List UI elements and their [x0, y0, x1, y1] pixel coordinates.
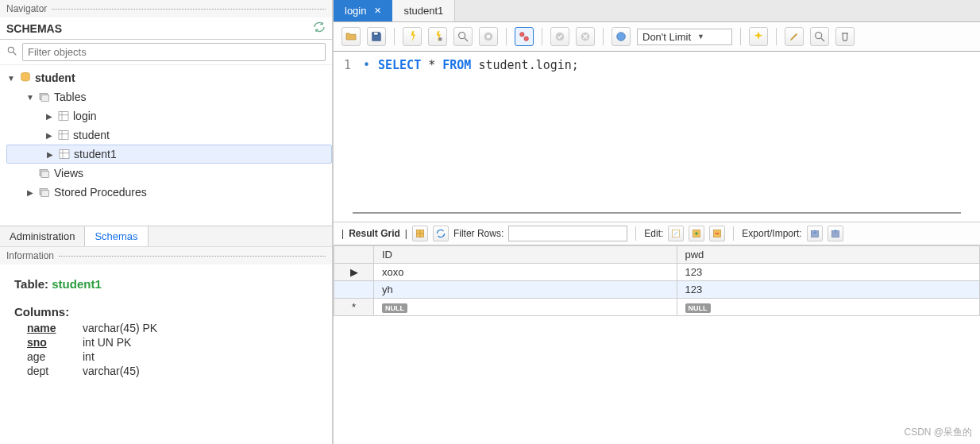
close-icon[interactable]: ✕ — [374, 6, 381, 16]
limit-settings-icon[interactable] — [612, 27, 631, 46]
table-icon — [58, 148, 71, 160]
stop-icon[interactable] — [479, 27, 498, 46]
execute-current-icon[interactable] — [428, 27, 447, 46]
sql-keyword: SELECT — [378, 58, 421, 72]
sql-editor[interactable]: 1 • SELECT * FROM student.login; — [334, 52, 980, 210]
refresh-icon[interactable] — [313, 21, 326, 36]
column-header[interactable]: ID — [374, 246, 677, 264]
svg-rect-18 — [374, 33, 378, 35]
commit-icon[interactable] — [550, 27, 569, 46]
sql-keyword: FROM — [442, 58, 471, 72]
rollback-icon[interactable] — [576, 27, 595, 46]
sp-label: Stored Procedures — [54, 186, 147, 199]
tab-label: login — [345, 5, 366, 17]
export-icon[interactable] — [807, 226, 823, 241]
delete-row-icon[interactable] — [709, 226, 725, 241]
beautify-icon[interactable] — [749, 27, 768, 46]
tab-label: student1 — [403, 5, 443, 17]
table-node-login[interactable]: ▶ login — [6, 106, 332, 125]
import-icon[interactable] — [828, 226, 843, 241]
schema-tree: ▼ student ▼ Tables ▶ login — [0, 65, 332, 226]
table-node-student1[interactable]: ▶ student1 — [6, 145, 332, 164]
views-node[interactable]: ▶ Views — [6, 164, 332, 183]
svg-rect-4 — [41, 95, 48, 101]
cell[interactable]: NULL — [374, 299, 677, 316]
result-grid-label: Result Grid — [349, 228, 400, 239]
open-file-icon[interactable] — [341, 27, 361, 46]
null-pill: NULL — [685, 303, 711, 313]
invisible-chars-icon[interactable] — [835, 27, 855, 46]
information-body: Table: student1 Columns: name varchar(45… — [0, 264, 332, 444]
table-label: student — [73, 129, 110, 141]
explain-icon[interactable] — [453, 27, 473, 46]
table-row[interactable]: ▶ xoxo 123 — [334, 264, 980, 281]
cell[interactable]: 123 — [677, 281, 980, 299]
sql-toolbar: Don't Limit ▼ — [334, 22, 980, 52]
tab-administration[interactable]: Administration — [0, 226, 85, 246]
svg-rect-17 — [41, 190, 48, 196]
limit-dropdown[interactable]: Don't Limit ▼ — [637, 29, 732, 45]
db-node-student[interactable]: ▼ student — [6, 68, 332, 87]
views-icon — [38, 167, 51, 180]
corner-cell — [334, 246, 374, 264]
schemas-label: SCHEMAS — [6, 22, 313, 35]
svg-line-21 — [465, 38, 468, 41]
svg-point-24 — [520, 33, 524, 37]
information-header: Information — [0, 246, 332, 264]
tab-schemas[interactable]: Schemas — [85, 226, 148, 246]
svg-rect-23 — [487, 35, 490, 38]
result-toolbar: | Result Grid | Filter Rows: Edit: Expor… — [334, 222, 980, 245]
cell[interactable]: NULL — [677, 299, 980, 316]
tables-icon — [38, 91, 51, 103]
cell[interactable]: xoxo — [374, 264, 677, 281]
editor-tab-student1[interactable]: student1 — [392, 0, 455, 21]
execute-icon[interactable] — [403, 27, 422, 46]
save-icon[interactable] — [367, 27, 386, 46]
table-icon — [57, 129, 70, 141]
svg-point-25 — [524, 37, 528, 41]
stored-procedures-node[interactable]: ▶ Stored Procedures — [6, 183, 332, 202]
find-icon[interactable] — [810, 27, 829, 46]
filter-rows-input[interactable] — [508, 226, 627, 241]
col-name: sno — [27, 336, 83, 349]
result-grid-table[interactable]: ID pwd ▶ xoxo 123 yh 123 * NULL NULL — [334, 245, 980, 316]
columns-grid: name varchar(45) PK sno int UN PK age in… — [27, 322, 318, 377]
schemas-bar: SCHEMAS — [0, 17, 332, 40]
filter-objects-input[interactable] — [22, 43, 326, 61]
svg-rect-5 — [59, 112, 68, 121]
toggle-autocommit-icon[interactable] — [515, 27, 534, 46]
svg-line-30 — [821, 38, 824, 41]
splitter-handle[interactable] — [353, 212, 961, 214]
edit-row-icon[interactable] — [668, 226, 684, 241]
search-icon — [6, 45, 17, 59]
cell[interactable]: yh — [374, 281, 677, 299]
row-pointer-icon: ▶ — [334, 264, 374, 281]
watermark: CSDN @呆鱼的 — [904, 426, 972, 439]
refresh-icon[interactable] — [433, 226, 449, 241]
table-node-student[interactable]: ▶ student — [6, 125, 332, 145]
col-type: int — [83, 350, 318, 363]
svg-line-1 — [14, 52, 17, 56]
sql-text: student.login; — [471, 58, 578, 72]
svg-rect-8 — [59, 131, 68, 140]
navigator-bottom-tabs: Administration Schemas — [0, 226, 332, 246]
svg-point-0 — [8, 47, 14, 52]
new-row[interactable]: * NULL NULL — [334, 299, 980, 316]
tables-node[interactable]: ▼ Tables — [6, 87, 332, 106]
vertical-bar-icon: | — [405, 228, 407, 239]
grid-view-icon[interactable] — [412, 226, 428, 241]
brush-icon[interactable] — [785, 27, 804, 46]
filter-rows-label: Filter Rows: — [453, 228, 504, 239]
cell[interactable]: 123 — [677, 264, 980, 281]
svg-point-26 — [556, 33, 565, 41]
svg-rect-15 — [41, 171, 48, 177]
insert-row-icon[interactable] — [689, 226, 704, 241]
editor-tab-login[interactable]: login ✕ — [334, 0, 392, 21]
vertical-bar-icon: | — [341, 228, 344, 239]
export-import-label: Export/Import: — [742, 228, 801, 239]
table-name: student1 — [52, 277, 102, 291]
column-header[interactable]: pwd — [677, 246, 980, 264]
table-icon — [57, 110, 70, 122]
table-row[interactable]: yh 123 — [334, 281, 980, 299]
svg-rect-11 — [60, 150, 69, 159]
